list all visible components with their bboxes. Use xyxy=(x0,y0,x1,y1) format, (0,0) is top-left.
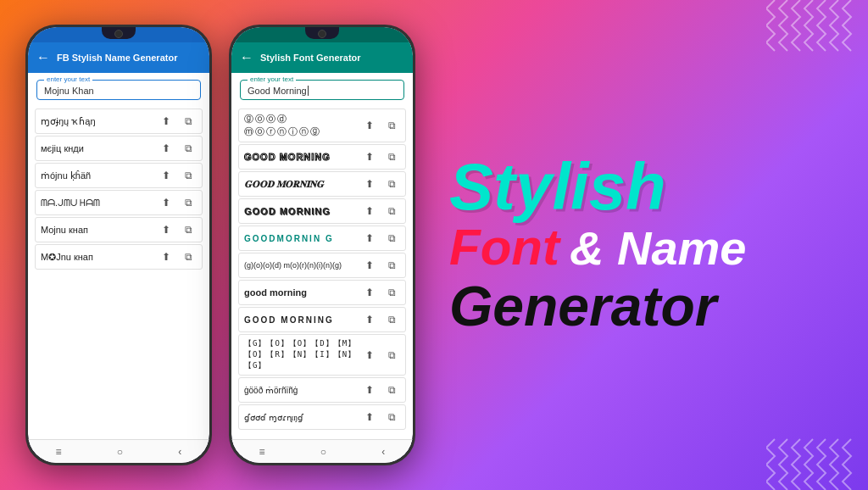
hero-and-name-text: & Name xyxy=(570,222,747,275)
list-item[interactable]: ⓖⓞⓞⓓ ⓜⓞⓡⓝⓘⓝⓖ ⬆ ⧉ xyxy=(238,109,406,142)
style-text-4: ᗰᗩ.ᒍᗰᑌ ᕼᗩᗰ xyxy=(41,198,158,209)
copy-btn-p2-1[interactable]: ⧉ xyxy=(383,117,400,134)
copy-btn-3[interactable]: ⧉ xyxy=(180,167,197,184)
style-text-6: M✪Jnu кнап xyxy=(41,252,158,263)
copy-btn-p2-10[interactable]: ⧉ xyxy=(383,381,400,398)
share-btn-p2-1[interactable]: ⬆ xyxy=(361,117,378,134)
hero-generator-text: Generator xyxy=(449,275,716,337)
hero-line2: Font & Name xyxy=(449,220,746,276)
nav2-back-icon[interactable]: ‹ xyxy=(381,446,385,458)
copy-btn-p2-8[interactable]: ⧉ xyxy=(383,311,400,328)
phone1-back-button[interactable]: ← xyxy=(36,50,50,65)
style-text-p2-9: 【G】【O】【O】【D】【M】【O】【R】【N】【I】【N】【G】 xyxy=(244,338,361,371)
share-btn-5[interactable]: ⬆ xyxy=(158,221,175,238)
copy-btn-p2-7[interactable]: ⧉ xyxy=(383,284,400,301)
style-text-p2-4: GOOD MORNING xyxy=(244,206,361,216)
nav-back-icon[interactable]: ‹ xyxy=(178,446,181,458)
phone2-text-field[interactable]: enter your text Good Morning xyxy=(240,80,404,100)
share-btn-p2-9[interactable]: ⬆ xyxy=(361,347,378,364)
phone1-field-label: enter your text xyxy=(44,75,92,83)
hero-line1: Stylish xyxy=(449,153,666,220)
list-item[interactable]: good morning ⬆ ⧉ xyxy=(238,280,406,305)
style-text-p2-3: 𝐆𝐎𝐎𝐃 𝐌𝐎𝐑𝐍𝐈𝐍𝐆 xyxy=(244,179,361,190)
copy-btn-1[interactable]: ⧉ xyxy=(180,113,197,130)
list-item[interactable]: Mojnu кнап ⬆ ⧉ xyxy=(35,217,203,242)
hero-font-text: Font xyxy=(449,220,559,276)
phone1: ← FB Stylish Name Generator enter your t… xyxy=(25,25,212,465)
copy-btn-p2-6[interactable]: ⧉ xyxy=(383,257,400,274)
phone1-nav-bar: ≡ ○ ‹ xyxy=(28,439,209,463)
share-btn-p2-2[interactable]: ⬆ xyxy=(361,148,378,165)
share-btn-p2-7[interactable]: ⬆ xyxy=(361,284,378,301)
share-btn-p2-8[interactable]: ⬆ xyxy=(361,311,378,328)
list-item[interactable]: ᗰᗩ.ᒍᗰᑌ ᕼᗩᗰ ⬆ ⧉ xyxy=(35,190,203,215)
style-text-5: Mojnu кнап xyxy=(41,225,158,235)
list-item[interactable]: M✪Jnu кнап ⬆ ⧉ xyxy=(35,244,203,270)
style-text-1: ɱơɉŋų ҡɦąŋ xyxy=(41,116,158,127)
phone2-back-button[interactable]: ← xyxy=(240,50,253,65)
style-text-p2-7: good morning xyxy=(244,287,361,298)
phone2-nav-bar: ≡ ○ ‹ xyxy=(231,439,413,463)
phone1-items-list: ɱơɉŋų ҡɦąŋ ⬆ ⧉ мєjiц кнди ⬆ ⧉ ṁójnu ḳĥäñ xyxy=(28,103,209,439)
phone2: ← Stylish Font Generator enter your text… xyxy=(229,25,415,465)
list-item[interactable]: GOOD MORNING ⬆ ⧉ xyxy=(238,307,406,332)
phone2-app-bar: ← Stylish Font Generator xyxy=(231,42,413,73)
copy-btn-p2-4[interactable]: ⧉ xyxy=(383,203,400,220)
share-btn-1[interactable]: ⬆ xyxy=(158,113,175,130)
phone2-input-area: enter your text Good Morning xyxy=(231,73,413,103)
style-text-3: ṁójnu ḳĥäñ xyxy=(41,170,158,181)
style-text-p2-1: ⓖⓞⓞⓓ ⓜⓞⓡⓝⓘⓝⓖ xyxy=(244,113,361,138)
style-text-p2-11: ɠơơɗ ɱơɾɳıŋɠ xyxy=(244,413,361,422)
phone1-input-area: enter your text Mojnu Khan xyxy=(28,73,209,103)
nav2-home-icon[interactable]: ○ xyxy=(320,446,326,458)
hero-section: Stylish Font & Name Generator xyxy=(415,153,868,337)
list-item[interactable]: 𝐆𝐎𝐎𝐃 𝐌𝐎𝐑𝐍𝐈𝐍𝐆 ⬆ ⧉ xyxy=(238,171,406,197)
list-item[interactable]: ṁójnu ḳĥäñ ⬆ ⧉ xyxy=(35,163,203,188)
copy-btn-5[interactable]: ⧉ xyxy=(180,221,197,238)
share-btn-p2-6[interactable]: ⬆ xyxy=(361,257,378,274)
copy-btn-4[interactable]: ⧉ xyxy=(180,194,197,211)
copy-btn-2[interactable]: ⧉ xyxy=(180,140,197,157)
nav-menu-icon[interactable]: ≡ xyxy=(56,446,62,458)
phone1-app-bar: ← FB Stylish Name Generator xyxy=(28,42,209,73)
phone1-field-value: Mojnu Khan xyxy=(44,86,193,96)
list-item[interactable]: GOODMORNIN G ⬆ ⧉ xyxy=(238,226,406,251)
nav-home-icon[interactable]: ○ xyxy=(117,446,123,458)
share-btn-p2-3[interactable]: ⬆ xyxy=(361,175,378,192)
list-item[interactable]: ɠơơɗ ɱơɾɳıŋɠ ⬆ ⧉ xyxy=(238,404,406,430)
style-text-p2-8: GOOD MORNING xyxy=(244,315,361,325)
share-btn-p2-5[interactable]: ⬆ xyxy=(361,230,378,247)
share-btn-6[interactable]: ⬆ xyxy=(158,248,175,265)
share-btn-2[interactable]: ⬆ xyxy=(158,140,175,157)
list-item[interactable]: (g)(o)(o)(d) m(o)(r)(n)(i)(n)(g) ⬆ ⧉ xyxy=(238,253,406,278)
nav2-menu-icon[interactable]: ≡ xyxy=(259,446,265,458)
copy-btn-p2-11[interactable]: ⧉ xyxy=(383,409,400,426)
copy-btn-p2-5[interactable]: ⧉ xyxy=(383,230,400,247)
list-item[interactable]: 【G】【O】【O】【D】【M】【O】【R】【N】【I】【N】【G】 ⬆ ⧉ xyxy=(238,334,406,376)
list-item[interactable]: GOOD MORNING ⬆ ⧉ xyxy=(238,144,406,170)
phone2-title: Stylish Font Generator xyxy=(260,53,361,63)
share-btn-p2-10[interactable]: ⬆ xyxy=(361,381,378,398)
list-item[interactable]: GOOD MORNING ⬆ ⧉ xyxy=(238,198,406,224)
phone2-items-list: ⓖⓞⓞⓓ ⓜⓞⓡⓝⓘⓝⓖ ⬆ ⧉ GOOD MORNING ⬆ ⧉ 𝐆𝐎𝐎𝐃 𝐌… xyxy=(231,103,413,439)
share-btn-3[interactable]: ⬆ xyxy=(158,167,175,184)
copy-btn-6[interactable]: ⧉ xyxy=(180,248,197,265)
style-text-p2-5: GOODMORNIN G xyxy=(244,234,361,243)
hero-stylish-text: Stylish xyxy=(449,149,666,224)
share-btn-4[interactable]: ⬆ xyxy=(158,194,175,211)
hero-line3: Generator xyxy=(449,276,716,337)
list-item[interactable]: ɱơɉŋų ҡɦąŋ ⬆ ⧉ xyxy=(35,109,203,134)
copy-btn-p2-9[interactable]: ⧉ xyxy=(383,347,400,364)
list-item[interactable]: ġööð ṁörñïñġ ⬆ ⧉ xyxy=(238,377,406,403)
phone2-field-label: enter your text xyxy=(248,75,296,83)
copy-btn-p2-3[interactable]: ⧉ xyxy=(383,175,400,192)
style-text-p2-6: (g)(o)(o)(d) m(o)(r)(n)(i)(n)(g) xyxy=(244,261,361,270)
list-item[interactable]: мєjiц кнди ⬆ ⧉ xyxy=(35,136,203,161)
style-text-2: мєjiц кнди xyxy=(41,143,158,153)
phone2-field-value: Good Morning xyxy=(248,86,397,96)
share-btn-p2-4[interactable]: ⬆ xyxy=(361,203,378,220)
phone1-text-field[interactable]: enter your text Mojnu Khan xyxy=(36,80,201,100)
share-btn-p2-11[interactable]: ⬆ xyxy=(361,409,378,426)
copy-btn-p2-2[interactable]: ⧉ xyxy=(383,148,400,165)
phone1-title: FB Stylish Name Generator xyxy=(57,53,177,63)
